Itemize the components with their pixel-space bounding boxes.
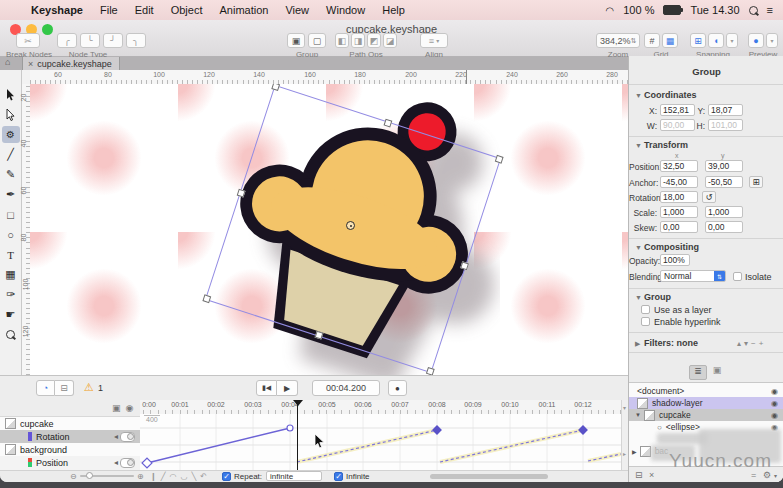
break-nodes-button[interactable]: ✂ [16,33,40,48]
keyframe-diamond[interactable] [142,458,152,468]
new-group-icon[interactable]: ⊟ [635,470,643,480]
keyframe-point[interactable] [287,425,293,431]
y-field[interactable]: 18,07 [708,104,743,116]
node-type-symmetric-button[interactable]: ╰ [80,33,100,48]
transform-tool[interactable]: ⚙ [2,126,20,143]
current-time-field[interactable]: 00:04.200 [312,380,380,396]
timeline-scrollbar[interactable] [430,474,548,479]
ellipse-tool[interactable]: ○ [2,226,20,243]
close-tab-icon[interactable]: × [28,59,33,69]
preview-menu-button[interactable]: ▾ [766,33,778,48]
tab-assets-view[interactable]: ▣ [709,365,725,378]
menu-item-window[interactable]: Window [326,4,365,16]
image-tool[interactable]: ▦ [2,266,20,283]
snap-objects-button[interactable]: ◖ [708,33,724,48]
eye-icon[interactable]: ◉ [771,411,778,420]
selection-handle[interactable] [495,155,504,164]
repeat-checkbox[interactable]: ✓ [222,472,231,481]
menu-item-animation[interactable]: Animation [219,4,268,16]
disclosure-triangle-icon[interactable]: ▼ [635,142,642,149]
line-tool[interactable]: ╱ [2,146,20,163]
rotation-field[interactable]: 18,00 [660,191,698,203]
tree-row-cupcake[interactable]: ▼ cupcake ◉ [629,409,783,421]
disclosure-triangle-icon[interactable]: ▶ [635,340,640,348]
filter-keyframes-icon[interactable]: ▣ [112,403,121,413]
path-subtract-button[interactable]: ◨ [351,33,365,48]
eye-icon[interactable]: ◉ [771,399,778,408]
spotlight-icon[interactable] [749,6,758,15]
playhead-handle[interactable] [293,400,303,406]
tree-row-document[interactable]: <document> ◉ [629,385,783,397]
isolate-checkbox[interactable] [733,272,742,281]
menu-item-view[interactable]: View [285,4,309,16]
skew-x-field[interactable]: 0,00 [660,221,698,233]
text-tool[interactable]: T [2,246,20,263]
wifi-icon[interactable]: ◠ [606,5,615,16]
visibility-icon[interactable]: ◉ [126,403,134,413]
menu-item-file[interactable]: File [100,4,118,16]
record-button[interactable]: ● [388,380,407,396]
filters-toolbar-icons[interactable]: ▴▾−+ [737,339,766,348]
comments-mode-button[interactable]: ⊟ [55,380,74,396]
pen-tool[interactable]: ✒ [2,186,20,203]
grid-toggle-button[interactable]: # [644,33,660,48]
disclosure-triangle-icon[interactable]: ▶ [632,448,637,455]
timeline-mode-button[interactable]: ◔ [36,380,55,396]
path-exclude-button[interactable]: ◪ [383,33,397,48]
prev-keyframe-icon[interactable]: ◂ [114,458,118,467]
ungroup-button[interactable]: ▢ [308,33,326,48]
anchor-picker-button[interactable]: ⊞ [749,176,763,188]
selection-handle[interactable] [271,84,280,91]
node-type-cusp-button[interactable]: ╯ [103,33,123,48]
menu-clock[interactable]: Tue 14.30 [690,4,739,16]
rectangle-tool[interactable]: □ [2,206,20,223]
rotation-reset-button[interactable]: ↺ [702,191,716,203]
disclosure-triangle-icon[interactable]: ▼ [635,412,641,418]
use-as-layer-checkbox[interactable] [641,305,650,314]
enable-hyperlink-checkbox[interactable] [641,317,650,326]
infinite-checkbox[interactable]: ✓ [334,472,343,481]
repeat-value-field[interactable]: infinite [266,471,322,481]
position-x-field[interactable]: 32,50 [660,160,698,172]
select-tool[interactable] [2,86,20,103]
scale-x-field[interactable]: 1,000 [660,206,698,218]
disclosure-triangle-icon[interactable]: ▼ [635,244,642,251]
selection-handle[interactable] [237,189,246,198]
keyframe-toggle[interactable] [120,432,135,442]
preview-button[interactable]: ● [748,33,764,48]
group-button[interactable]: ▣ [287,33,305,48]
timeline-ruler[interactable]: 0:00 00:01 00:02 00:03 00:04 00:05 00:06… [140,400,621,415]
menu-item-edit[interactable]: Edit [135,4,154,16]
track-property-rotation[interactable]: Rotation ◂ [0,430,140,444]
eyedropper-tool[interactable]: ✑ [2,286,20,303]
blending-select[interactable]: Normal ⇅ [660,270,726,282]
play-button[interactable]: ▶ [277,380,298,396]
scroll-right-icon[interactable]: ▸ [623,450,626,457]
rotation-center-indicator[interactable] [346,221,355,230]
direct-select-tool[interactable] [2,106,20,123]
slider-knob[interactable] [86,472,93,479]
delete-icon[interactable]: × [649,470,654,480]
chevron-down-icon[interactable]: ▾ [774,472,777,479]
skip-to-start-button[interactable]: ▮◀ [256,380,277,396]
zoom-stepper[interactable]: 384,2%⇅ [596,33,640,48]
eye-icon[interactable]: ◉ [771,387,778,396]
tab-tree-view[interactable]: ≣ [689,365,707,380]
anchor-y-field[interactable]: -50,50 [705,176,743,188]
tab-cupcake[interactable]: × cupcake.keyshape [22,57,120,70]
zoom-tool[interactable] [2,326,20,343]
zoom-in-icon[interactable]: ⊕ [137,472,144,481]
easing-preset-icons[interactable]: ❙╱◠◡╲↶ [150,472,211,481]
disclosure-triangle-icon[interactable]: ▼ [635,294,642,301]
track-background[interactable]: background [0,443,140,457]
path-intersect-button[interactable]: ◩ [367,33,381,48]
zoom-out-icon[interactable]: ⊖ [70,472,77,481]
selection-handle[interactable] [384,119,393,128]
prev-keyframe-icon[interactable]: ◂ [114,432,118,441]
track-property-position[interactable]: Position ◂ [0,456,140,469]
menu-app-name[interactable]: Keyshape [31,4,83,16]
h-field[interactable]: 101,00 [708,119,743,131]
snapping-menu-button[interactable]: ▾ [726,33,738,48]
canvas[interactable] [30,84,628,375]
snap-grid-button[interactable]: ⊞ [690,33,706,48]
